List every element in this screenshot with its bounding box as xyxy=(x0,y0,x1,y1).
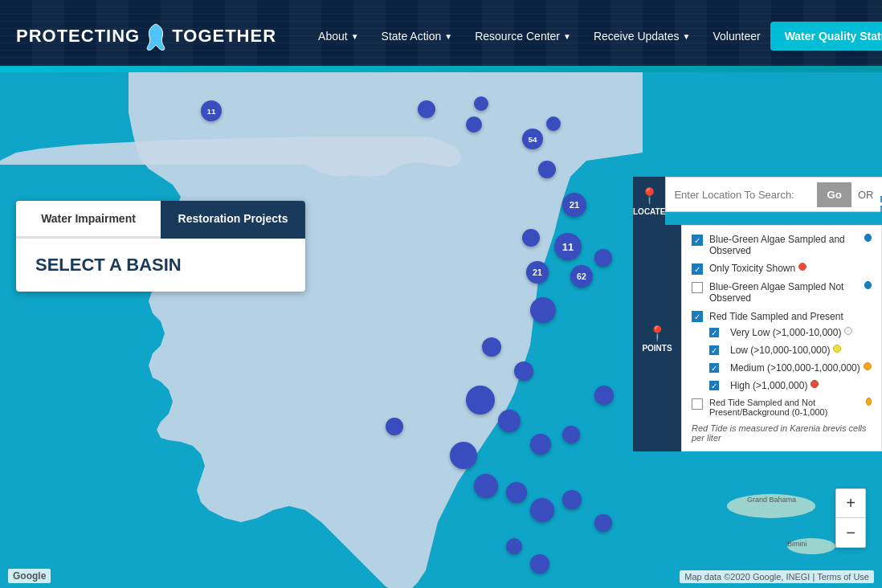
map-marker[interactable] xyxy=(546,116,561,131)
dot-blue-green-observed xyxy=(864,234,872,242)
location-search-input[interactable] xyxy=(666,189,817,201)
checkbox-blue-green-observed[interactable]: ✓ xyxy=(692,235,703,246)
svg-text:Bimini: Bimini xyxy=(787,540,807,548)
legend-sub-items: ✓ Very Low (>1,000-10,000) ✓ Low (>10,00… xyxy=(709,327,872,391)
select-basin-label: SELECT A BASIN xyxy=(35,255,286,276)
map-marker[interactable] xyxy=(506,482,527,503)
points-icon: 📍 xyxy=(648,325,666,342)
map-marker[interactable]: 21 xyxy=(526,261,549,284)
google-attribution: Google xyxy=(8,569,51,583)
florida-icon xyxy=(145,22,167,51)
search-bar: Go OR ➤ Find Me xyxy=(665,177,882,212)
state-action-arrow-icon: ▼ xyxy=(444,32,452,41)
zoom-out-button[interactable]: − xyxy=(836,518,865,547)
map-marker[interactable] xyxy=(466,116,482,133)
zoom-in-button[interactable]: + xyxy=(836,489,865,518)
map-data-attribution: Map data ©2020 Google, INEGI | Terms of … xyxy=(680,570,874,583)
map-marker[interactable] xyxy=(562,490,582,509)
locate-button[interactable]: 📍 LOCATE xyxy=(633,177,665,225)
main-nav: About ▼ State Action ▼ Resource Center ▼… xyxy=(308,25,770,47)
map-marker[interactable] xyxy=(594,386,614,405)
logo-text-2: TOGETHER xyxy=(172,26,276,47)
checkbox-red-tide[interactable]: ✓ xyxy=(692,311,703,322)
checkbox-not-present[interactable] xyxy=(692,398,703,410)
nav-about[interactable]: About ▼ xyxy=(308,25,369,47)
tab-water-impairment[interactable]: Water Impairment xyxy=(16,201,161,239)
map-marker[interactable] xyxy=(450,442,477,469)
go-button[interactable]: Go xyxy=(817,182,851,207)
map-marker[interactable] xyxy=(594,249,612,267)
map-marker[interactable]: 62 xyxy=(570,265,593,288)
locate-icon: 📍 xyxy=(639,186,659,206)
map-marker[interactable] xyxy=(522,229,540,247)
map-marker[interactable] xyxy=(514,361,533,381)
legend-item-blue-green-not-observed: Blue-Green Algae Sampled Not Observed xyxy=(692,281,872,304)
dot-very-low xyxy=(844,327,852,335)
dot-medium xyxy=(864,362,872,370)
dot-blue-green-not-observed xyxy=(864,281,872,289)
map-marker[interactable] xyxy=(538,161,556,178)
dot-toxicity xyxy=(798,263,806,271)
water-quality-status-button[interactable]: Water Quality Status ▼ xyxy=(770,22,882,51)
nav-state-action[interactable]: State Action ▼ xyxy=(372,25,463,47)
map-marker[interactable] xyxy=(482,337,501,357)
map-marker[interactable] xyxy=(594,514,612,532)
svg-point-1 xyxy=(32,361,129,426)
map-marker[interactable] xyxy=(466,386,495,414)
legend-item-blue-green-observed: ✓ Blue-Green Algae Sampled and Observed xyxy=(692,234,872,256)
panel-tabs: Water Impairment Restoration Projects xyxy=(16,201,305,239)
map-marker[interactable] xyxy=(530,434,551,455)
map-marker[interactable] xyxy=(386,418,403,435)
map-marker[interactable] xyxy=(530,297,556,323)
map-marker[interactable]: 54 xyxy=(522,129,543,149)
about-arrow-icon: ▼ xyxy=(351,32,359,41)
left-panel: Water Impairment Restoration Projects SE… xyxy=(16,201,305,292)
legend-item-very-low: ✓ Very Low (>1,000-10,000) xyxy=(709,327,872,338)
right-sidebar: 📍 LOCATE Go OR ➤ Find Me 📍 POINTS xyxy=(633,177,882,451)
receive-updates-arrow-icon: ▼ xyxy=(683,32,691,41)
map-marker[interactable] xyxy=(506,538,522,554)
logo[interactable]: PROTECTING TOGETHER xyxy=(16,22,276,51)
header: PROTECTING TOGETHER About ▼ State Action… xyxy=(0,0,882,72)
panel-content: SELECT A BASIN xyxy=(16,239,305,292)
map-marker[interactable] xyxy=(474,474,498,498)
checkbox-medium[interactable]: ✓ xyxy=(709,363,719,373)
map-marker[interactable] xyxy=(498,410,521,432)
or-label: OR xyxy=(851,189,880,201)
map-area[interactable]: Grand Bahama Bimini 115421116221 Water I… xyxy=(0,72,882,588)
map-marker[interactable]: 21 xyxy=(562,193,586,217)
checkbox-blue-green-not-observed[interactable] xyxy=(692,282,703,293)
nav-volunteer[interactable]: Volunteer xyxy=(703,25,770,47)
map-marker[interactable] xyxy=(418,100,435,118)
checkbox-high[interactable]: ✓ xyxy=(709,381,719,390)
logo-text-1: PROTECTING xyxy=(16,26,140,47)
checkbox-low[interactable]: ✓ xyxy=(709,345,719,355)
nav-receive-updates[interactable]: Receive Updates ▼ xyxy=(584,25,700,47)
dot-low xyxy=(833,345,841,353)
legend-item-not-present: Red Tide Sampled and Not Present/Backgro… xyxy=(692,398,872,417)
legend-item-high: ✓ High (>1,000,000) xyxy=(709,380,872,391)
locate-row: 📍 LOCATE Go OR ➤ Find Me xyxy=(633,177,882,225)
legend-item-red-tide: ✓ Red Tide Sampled and Present xyxy=(692,310,872,322)
nav-resource-center[interactable]: Resource Center ▼ xyxy=(465,25,581,47)
map-marker[interactable] xyxy=(530,498,554,522)
dot-high xyxy=(811,380,819,388)
points-row: 📍 POINTS ✓ Blue-Green Algae Sampled and … xyxy=(633,225,882,451)
map-marker[interactable] xyxy=(474,96,488,111)
checkbox-very-low[interactable]: ✓ xyxy=(709,328,719,337)
points-button[interactable]: 📍 POINTS xyxy=(633,225,681,451)
legend-item-low: ✓ Low (>10,000-100,000) xyxy=(709,345,872,356)
legend-note: Red Tide is measured in Karenia brevis c… xyxy=(692,423,872,443)
checkbox-toxicity[interactable]: ✓ xyxy=(692,263,703,275)
tab-restoration-projects[interactable]: Restoration Projects xyxy=(161,201,305,239)
dot-not-present xyxy=(866,398,872,406)
zoom-controls: + − xyxy=(835,488,866,548)
map-marker[interactable] xyxy=(562,426,580,443)
map-marker[interactable]: 11 xyxy=(201,100,222,121)
resource-center-arrow-icon: ▼ xyxy=(563,32,571,41)
svg-text:Grand Bahama: Grand Bahama xyxy=(747,496,796,504)
map-marker[interactable]: 11 xyxy=(554,233,582,260)
legend-item-medium: ✓ Medium (>100,000-1,000,000) xyxy=(709,362,872,374)
legend-panel: ✓ Blue-Green Algae Sampled and Observed … xyxy=(681,225,882,451)
map-marker[interactable] xyxy=(530,554,549,574)
